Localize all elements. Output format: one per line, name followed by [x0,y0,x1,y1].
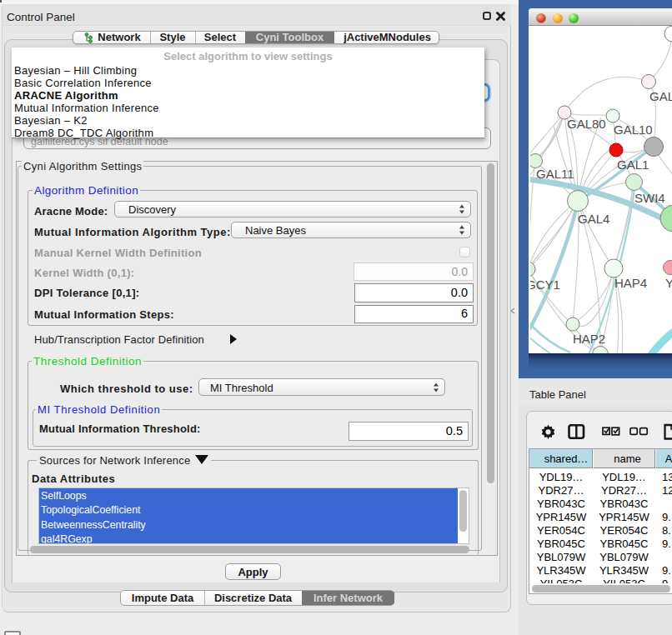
svg-text:GAL10: GAL10 [614,122,653,137]
svg-text:Y: Y [665,276,672,290]
svg-text:GAL4: GAL4 [578,212,609,226]
svg-text:GCY1: GCY1 [530,278,560,292]
svg-text:GAL11: GAL11 [536,167,574,181]
svg-text:GAL80: GAL80 [567,117,606,131]
svg-text:GAL: GAL [649,89,672,103]
svg-text:HAP2: HAP2 [573,332,605,346]
svg-text:SWI4: SWI4 [634,191,665,205]
svg-text:HAP4: HAP4 [614,276,647,290]
svg-text:GAL1: GAL1 [617,158,649,172]
